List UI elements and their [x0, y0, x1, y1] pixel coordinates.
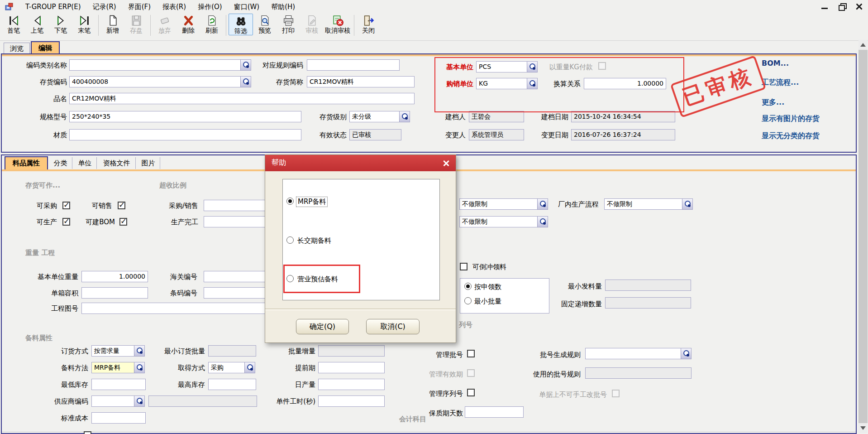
rule-code-field[interactable] — [307, 59, 400, 71]
lookup-icon[interactable] — [682, 198, 693, 210]
lookup-icon[interactable] — [240, 59, 251, 71]
item-level-field[interactable]: 未分级 — [349, 111, 410, 122]
issue-by-request-radio[interactable] — [464, 283, 472, 290]
discard-button[interactable]: 放弃 — [153, 14, 176, 34]
max-stock-field[interactable] — [208, 379, 256, 390]
tab-images[interactable]: 图片 — [137, 157, 160, 169]
base-unit-field[interactable]: PCS — [476, 61, 538, 72]
dialog-close-icon[interactable] — [442, 159, 451, 168]
menu-item-report[interactable]: 报表(R) — [162, 3, 186, 11]
box-volume-field[interactable] — [81, 287, 148, 299]
tab-qualification-files[interactable]: 资格文件 — [98, 157, 136, 169]
spec-model-field[interactable]: 250*240*35 — [69, 111, 301, 122]
menu-item-operate[interactable]: 操作(O) — [198, 3, 222, 11]
delete-button[interactable]: 删除 — [176, 14, 200, 34]
base-unit-weight-field[interactable]: 1.00000 — [81, 271, 148, 282]
bom-checkbox[interactable] — [119, 218, 127, 226]
supplier-code-field[interactable] — [91, 395, 145, 407]
preview-button[interactable]: 预览 — [253, 14, 277, 34]
item-short-name-field[interactable]: CR12MOV精料 — [307, 76, 415, 87]
audit-button[interactable]: 审核 — [300, 14, 324, 34]
limit1-field[interactable]: 不做限制 — [459, 198, 548, 210]
std-cost-field[interactable] — [91, 412, 146, 424]
menu-item-interface[interactable]: 界面(F) — [128, 3, 151, 11]
daily-output-field[interactable] — [318, 379, 385, 390]
mrp-stock-radio[interactable] — [286, 198, 294, 205]
pay-by-weight-checkbox[interactable] — [598, 62, 606, 70]
tab-browse[interactable]: 浏览 — [4, 43, 30, 54]
issue-min-batch-radio[interactable] — [464, 297, 472, 304]
manage-expiry-checkbox[interactable] — [467, 369, 475, 377]
cancel-audit-button[interactable]: 取消审核 — [324, 14, 352, 34]
show-unclassified-link[interactable]: 显示无分类的存货 — [762, 131, 820, 141]
scroll-up-button[interactable] — [858, 40, 868, 50]
backflush-checkbox[interactable] — [460, 263, 467, 270]
item-name-field[interactable]: CR12MOV精料 — [69, 93, 415, 104]
code-category-field[interactable] — [69, 59, 251, 71]
min-stock-field[interactable] — [91, 379, 146, 390]
unit-hours-field[interactable] — [318, 395, 385, 407]
menu-item-window[interactable]: 窗口(W) — [234, 3, 260, 11]
trade-unit-field[interactable]: KG — [476, 78, 538, 89]
mrp-stock-option[interactable]: MRP备料 — [296, 197, 327, 207]
lookup-icon[interactable] — [681, 348, 692, 359]
lookup-icon[interactable] — [134, 345, 145, 357]
tab-classification[interactable]: 分类 — [49, 157, 72, 169]
conversion-field[interactable]: 1.00000 — [584, 78, 666, 89]
drawing-no-field[interactable] — [81, 303, 291, 314]
filter-button[interactable]: 筛选 — [229, 14, 253, 35]
item-code-field[interactable]: 400400008 — [69, 76, 251, 87]
cancel-button[interactable]: 取消(C) — [366, 319, 420, 334]
add-button[interactable]: 新增 — [101, 14, 124, 34]
ok-button[interactable]: 确定(Q) — [296, 319, 349, 334]
lookup-icon[interactable] — [527, 78, 538, 89]
long-lead-stock-option[interactable]: 长交期备料 — [297, 236, 331, 245]
acquire-mode-field[interactable]: 采购 — [208, 362, 255, 373]
manage-batch-checkbox[interactable] — [467, 350, 475, 357]
factory-flow-field[interactable]: 不做限制 — [604, 198, 693, 210]
lookup-icon[interactable] — [527, 61, 538, 72]
limit2-field[interactable]: 不做限制 — [459, 216, 548, 227]
dialog-title-bar[interactable]: 帮助 — [265, 155, 456, 171]
process-flow-link[interactable]: 工艺流程... — [762, 78, 799, 87]
minimize-icon[interactable] — [820, 2, 830, 12]
tab-edit[interactable]: 编辑 — [31, 41, 60, 54]
menu-item-app[interactable]: T-GROUP ERP(E) — [25, 3, 81, 11]
stock-method-field[interactable]: MRP备料 — [91, 362, 145, 373]
menu-item-record[interactable]: 记录(R) — [93, 3, 116, 11]
menu-item-help[interactable]: 帮助(H) — [271, 3, 295, 11]
long-lead-stock-radio[interactable] — [286, 236, 294, 244]
more-link[interactable]: 更多... — [762, 98, 784, 107]
restore-icon[interactable] — [837, 2, 847, 12]
lookup-icon[interactable] — [537, 216, 548, 227]
first-record-button[interactable]: 首笔 — [2, 14, 25, 34]
lookup-icon[interactable] — [134, 362, 145, 373]
vertical-scrollbar[interactable] — [858, 40, 868, 433]
manage-serial-checkbox[interactable] — [467, 389, 475, 396]
tab-item-attributes[interactable]: 料品属性 — [5, 156, 48, 169]
batch-rule-field[interactable] — [585, 348, 692, 359]
lookup-icon[interactable] — [134, 395, 145, 407]
shelf-days-field[interactable] — [465, 406, 524, 418]
sellable-checkbox[interactable] — [118, 202, 125, 209]
tab-units[interactable]: 单位 — [73, 157, 97, 169]
material-field[interactable] — [69, 129, 301, 140]
refresh-button[interactable]: 刷新 — [200, 14, 224, 34]
last-record-button[interactable]: 末笔 — [72, 14, 96, 34]
close-form-button[interactable]: 关闭 — [357, 14, 380, 34]
scroll-down-button[interactable] — [858, 423, 868, 433]
print-button[interactable]: 打印 — [277, 14, 300, 34]
lead-time-field[interactable] — [318, 362, 385, 373]
lookup-icon[interactable] — [240, 76, 251, 87]
lookup-icon[interactable] — [399, 111, 410, 122]
show-with-image-link[interactable]: 显示有图片的存货 — [762, 114, 820, 124]
order-mode-field[interactable]: 按需求量 — [91, 345, 145, 357]
bom-link[interactable]: BOM... — [762, 59, 789, 68]
purchasable-checkbox[interactable] — [62, 202, 70, 209]
lookup-icon[interactable] — [244, 362, 255, 373]
next-record-button[interactable]: 下笔 — [49, 14, 72, 34]
save-button[interactable]: 存盘 — [124, 14, 148, 34]
prev-record-button[interactable]: 上笔 — [25, 14, 49, 34]
producible-checkbox[interactable] — [62, 218, 70, 226]
no-manual-batch-checkbox[interactable] — [612, 390, 620, 397]
